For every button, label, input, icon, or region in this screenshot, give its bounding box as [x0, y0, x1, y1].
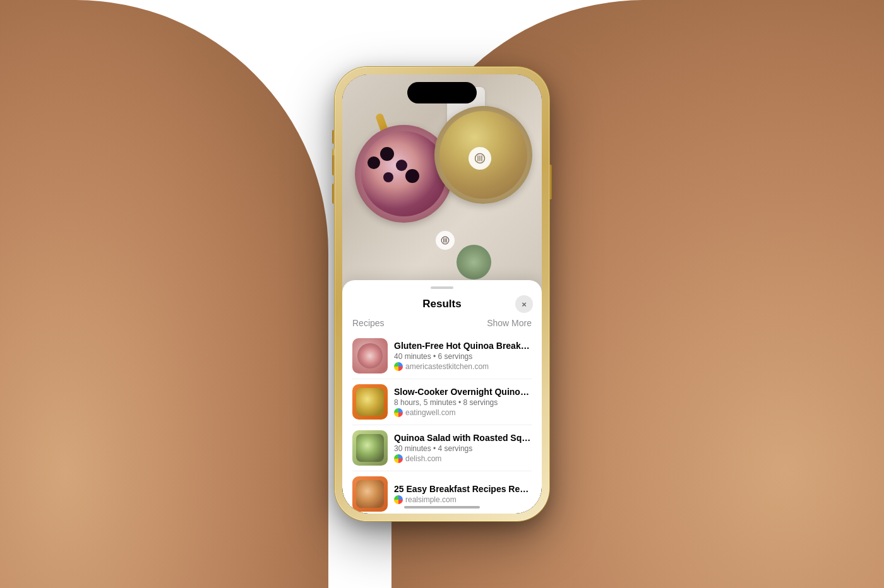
section-header: Recipes Show More: [342, 310, 542, 333]
recipe-source-3: delish.com: [405, 454, 441, 463]
screen-content: Results × Recipes Show More: [342, 74, 542, 514]
results-sheet: Results × Recipes Show More: [342, 280, 542, 514]
home-indicator: [404, 506, 480, 509]
recipe-source-row-4: realsimple.com: [394, 495, 532, 504]
recipe-title-2: Slow-Cooker Overnight Quinoa Por...: [394, 387, 532, 397]
recipe-source-1: americastestkitchen.com: [405, 362, 489, 371]
close-button[interactable]: ×: [515, 295, 533, 313]
recipe-meta-2: 8 hours, 5 minutes • 8 servings: [394, 398, 532, 407]
phone-frame: Results × Recipes Show More: [335, 67, 549, 521]
recipe-thumbnail-4: [352, 476, 388, 512]
safari-icon-3: [394, 454, 403, 463]
recipe-item-2[interactable]: Slow-Cooker Overnight Quinoa Por... 8 ho…: [352, 379, 532, 425]
recipe-source-row-1: americastestkitchen.com: [394, 362, 532, 371]
green-cup: [457, 245, 491, 279]
sheet-header: Results ×: [342, 289, 542, 310]
phone-wrapper: Results × Recipes Show More: [335, 67, 549, 521]
recipe-meta-1: 40 minutes • 6 servings: [394, 352, 532, 361]
recipe-list: Gluten-Free Hot Quinoa Breakfast... 40 m…: [342, 333, 542, 514]
power-button[interactable]: [549, 165, 552, 199]
show-more-button[interactable]: Show More: [487, 318, 532, 328]
recipe-thumbnail-1: [352, 338, 388, 373]
recipe-info-3: Quinoa Salad with Roasted Squash... 30 m…: [394, 433, 532, 463]
recipe-title-4: 25 Easy Breakfast Recipes Ready i...: [394, 484, 532, 494]
recipe-icon-left[interactable]: [436, 231, 455, 250]
silent-button[interactable]: [332, 130, 335, 144]
recipes-label: Recipes: [352, 318, 385, 328]
recipe-source-4: realsimple.com: [405, 495, 457, 504]
recipe-source-row-2: eatingwell.com: [394, 408, 532, 417]
volume-up-button[interactable]: [332, 155, 335, 175]
safari-icon-1: [394, 362, 403, 371]
recipe-icon-overlay[interactable]: [469, 147, 491, 170]
recipe-title-1: Gluten-Free Hot Quinoa Breakfast...: [394, 341, 532, 351]
recipe-item-1[interactable]: Gluten-Free Hot Quinoa Breakfast... 40 m…: [352, 333, 532, 379]
phone-screen: Results × Recipes Show More: [342, 74, 542, 514]
recipe-thumbnail-3: [352, 430, 388, 466]
dynamic-island: [407, 82, 477, 103]
recipe-info-1: Gluten-Free Hot Quinoa Breakfast... 40 m…: [394, 341, 532, 371]
recipe-thumbnail-2: [352, 384, 388, 420]
recipe-title-3: Quinoa Salad with Roasted Squash...: [394, 433, 532, 443]
safari-icon-2: [394, 408, 403, 417]
sheet-title: Results: [422, 298, 461, 310]
recipe-item-3[interactable]: Quinoa Salad with Roasted Squash... 30 m…: [352, 425, 532, 471]
recipe-info-2: Slow-Cooker Overnight Quinoa Por... 8 ho…: [394, 387, 532, 417]
scene: Results × Recipes Show More: [0, 0, 884, 588]
recipe-source-2: eatingwell.com: [405, 408, 455, 417]
recipe-info-4: 25 Easy Breakfast Recipes Ready i... rea…: [394, 484, 532, 504]
recipe-meta-3: 30 minutes • 4 servings: [394, 444, 532, 453]
recipe-source-row-3: delish.com: [394, 454, 532, 463]
safari-icon-4: [394, 495, 403, 504]
volume-down-button[interactable]: [332, 184, 335, 204]
hand-left: [0, 0, 328, 588]
